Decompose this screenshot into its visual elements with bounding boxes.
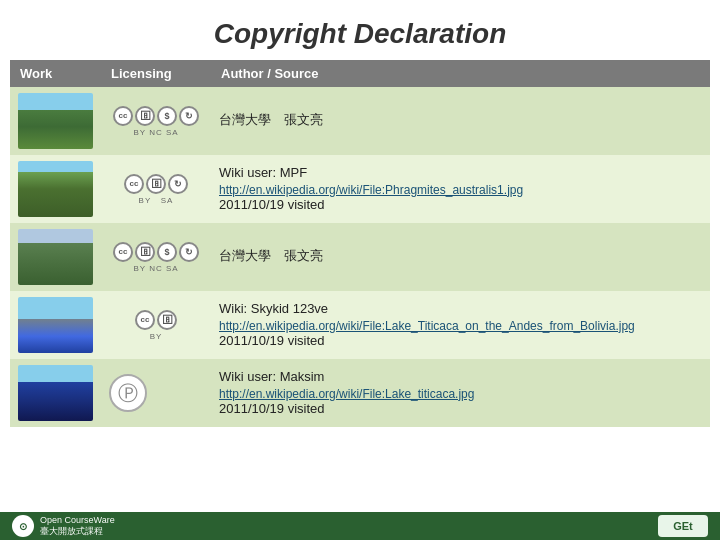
license-cell: cc 🄱 ↻ BY SA [101, 155, 211, 223]
table-row: cc 🄱 BY Wiki: Skykid 123vehttp://en.wiki… [10, 291, 710, 359]
author-cell: Wiki: Skykid 123vehttp://en.wikipedia.or… [211, 291, 710, 359]
footer-right: GEt [658, 515, 708, 537]
author-cell: Wiki user: Maksimhttp://en.wikipedia.org… [211, 359, 710, 427]
work-cell [10, 155, 101, 223]
license-cell: cc 🄱 $ ↻ BY NC SA [101, 223, 211, 291]
work-cell [10, 87, 101, 155]
copyright-table: Work Licensing Author / Source cc 🄱 $ ↻ … [10, 60, 710, 427]
author-cell: 台灣大學 張文亮 [211, 223, 710, 291]
visited-text: 2011/10/19 visited [219, 197, 702, 212]
author-name: Wiki user: MPF [219, 165, 702, 180]
author-link[interactable]: http://en.wikipedia.org/wiki/File:Lake_T… [219, 319, 635, 333]
visited-text: 2011/10/19 visited [219, 401, 702, 416]
col-work: Work [10, 60, 101, 87]
table-row: cc 🄱 $ ↻ BY NC SA 台灣大學 張文亮 [10, 87, 710, 155]
table-row: cc 🄱 $ ↻ BY NC SA 台灣大學 張文亮 [10, 223, 710, 291]
get-logo: GEt [658, 515, 708, 537]
col-author: Author / Source [211, 60, 710, 87]
author-link[interactable]: http://en.wikipedia.org/wiki/File:Phragm… [219, 183, 523, 197]
footer-left: ⊙ Open CourseWare 臺大開放式課程 [12, 515, 115, 537]
table-header-row: Work Licensing Author / Source [10, 60, 710, 87]
table-container: Work Licensing Author / Source cc 🄱 $ ↻ … [0, 60, 720, 427]
work-cell [10, 359, 101, 427]
col-licensing: Licensing [101, 60, 211, 87]
license-cell: cc 🄱 BY [101, 291, 211, 359]
work-cell [10, 291, 101, 359]
visited-text: 2011/10/19 visited [219, 333, 702, 348]
author-name: 台灣大學 張文亮 [219, 247, 702, 265]
ocw-text: Open CourseWare 臺大開放式課程 [40, 515, 115, 537]
license-cell: Ⓟ [101, 359, 211, 427]
ocw-icon: ⊙ [12, 515, 34, 537]
page: Copyright Declaration Work Licensing Aut… [0, 0, 720, 540]
work-cell [10, 223, 101, 291]
author-cell: 台灣大學 張文亮 [211, 87, 710, 155]
author-cell: Wiki user: MPFhttp://en.wikipedia.org/wi… [211, 155, 710, 223]
author-name: 台灣大學 張文亮 [219, 111, 702, 129]
table-row: cc 🄱 ↻ BY SA Wiki user: MPFhttp://en.wik… [10, 155, 710, 223]
footer-bar: ⊙ Open CourseWare 臺大開放式課程 GEt [0, 512, 720, 540]
license-cell: cc 🄱 $ ↻ BY NC SA [101, 87, 211, 155]
table-row: ⓅWiki user: Maksimhttp://en.wikipedia.or… [10, 359, 710, 427]
page-title: Copyright Declaration [0, 0, 720, 60]
author-link[interactable]: http://en.wikipedia.org/wiki/File:Lake_t… [219, 387, 474, 401]
author-name: Wiki user: Maksim [219, 369, 702, 384]
author-name: Wiki: Skykid 123ve [219, 301, 702, 316]
